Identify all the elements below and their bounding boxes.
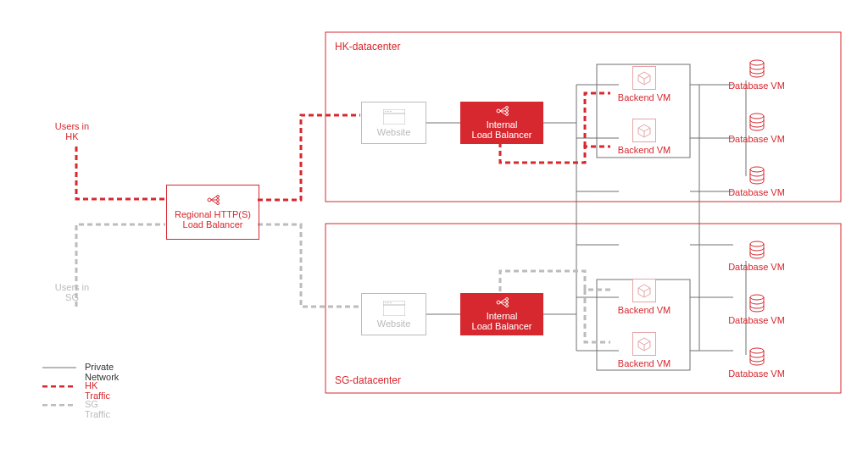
- legend-private: Private Network: [85, 362, 119, 382]
- load-balancer-icon: [494, 297, 509, 308]
- svg-point-50: [506, 114, 509, 116]
- svg-point-54: [497, 301, 500, 304]
- svg-line-75: [644, 341, 650, 345]
- text: Database VM: [728, 262, 785, 272]
- svg-line-53: [500, 111, 505, 114]
- cube-icon: [637, 70, 652, 86]
- svg-line-63: [644, 75, 650, 79]
- database-icon: [748, 59, 765, 78]
- svg-point-32: [217, 199, 220, 202]
- svg-point-40: [387, 110, 389, 112]
- svg-rect-42: [383, 301, 405, 316]
- svg-rect-37: [383, 109, 405, 125]
- svg-point-31: [217, 196, 220, 198]
- database-vm-hk-3: Database VM: [721, 166, 793, 197]
- svg-point-48: [506, 107, 509, 109]
- text: Database VM: [728, 187, 785, 197]
- svg-point-30: [208, 198, 211, 202]
- load-balancer-icon: [494, 106, 509, 117]
- cube-icon: [637, 336, 652, 352]
- svg-point-46: [390, 302, 392, 303]
- text: Backend VM: [618, 145, 670, 155]
- legend-hk: HK Traffic: [85, 380, 110, 401]
- internal-lb-sg: Internal Load Balancer: [460, 293, 543, 335]
- cube-icon: [637, 123, 652, 138]
- svg-point-41: [390, 110, 392, 112]
- svg-point-82: [750, 348, 764, 353]
- svg-point-81: [750, 295, 764, 300]
- database-vm-hk-2: Database VM: [721, 113, 793, 144]
- database-icon: [748, 113, 765, 131]
- hk-datacenter-label: HK-datacenter: [335, 41, 400, 53]
- backend-vm-sg-1: Backend VM: [610, 279, 678, 315]
- database-icon: [748, 166, 765, 185]
- svg-point-47: [497, 109, 500, 113]
- browser-window-icon: [383, 301, 405, 316]
- text: Backend VM: [618, 305, 670, 315]
- svg-point-77: [750, 60, 764, 65]
- website-sg: Website: [361, 293, 426, 335]
- regional-load-balancer: Regional HTTP(S) Load Balancer: [166, 185, 259, 240]
- database-vm-sg-2: Database VM: [721, 294, 793, 325]
- database-vm-sg-1: Database VM: [721, 241, 793, 272]
- svg-point-78: [750, 114, 764, 119]
- text: Database VM: [728, 134, 785, 144]
- database-icon: [748, 294, 765, 313]
- svg-point-80: [750, 241, 764, 246]
- svg-point-56: [506, 302, 509, 304]
- text: Website: [377, 127, 411, 137]
- load-balancer-icon: [205, 195, 220, 206]
- svg-point-44: [385, 302, 387, 303]
- svg-line-71: [644, 288, 650, 291]
- database-vm-sg-3: Database VM: [721, 347, 793, 379]
- text: Website: [377, 318, 411, 329]
- svg-line-60: [500, 302, 505, 306]
- backend-vm-hk-2: Backend VM: [610, 119, 678, 155]
- text: Internal Load Balancer: [472, 311, 532, 331]
- internal-lb-hk: Internal Load Balancer: [460, 102, 543, 144]
- backend-vm-hk-1: Backend VM: [610, 66, 678, 102]
- text: Database VM: [728, 368, 785, 379]
- text: Backend VM: [618, 92, 670, 102]
- text: Users in SG: [55, 282, 89, 302]
- svg-point-49: [506, 110, 509, 113]
- svg-line-62: [638, 75, 644, 79]
- text: Database VM: [728, 315, 785, 325]
- svg-line-67: [644, 128, 650, 131]
- backend-vm-sg-2: Backend VM: [610, 332, 678, 368]
- browser-window-icon: [383, 109, 405, 125]
- svg-line-66: [638, 128, 644, 131]
- database-icon: [748, 347, 765, 366]
- svg-point-79: [750, 167, 764, 172]
- website-hk: Website: [361, 102, 426, 144]
- svg-line-70: [638, 288, 644, 291]
- text: Users in HK: [55, 121, 89, 141]
- svg-line-51: [500, 108, 505, 111]
- svg-point-55: [506, 298, 509, 301]
- legend-sg: SG Traffic: [85, 399, 110, 419]
- text: Internal Load Balancer: [472, 119, 532, 140]
- text: Database VM: [728, 80, 785, 91]
- users-hk-label: Users in HK: [34, 121, 110, 141]
- svg-line-36: [211, 200, 216, 203]
- users-sg-label: Users in SG: [34, 282, 110, 302]
- svg-line-34: [211, 197, 216, 200]
- svg-point-57: [506, 305, 509, 307]
- svg-line-74: [638, 341, 644, 345]
- database-icon: [748, 241, 765, 259]
- text: Backend VM: [618, 358, 670, 368]
- svg-line-58: [500, 299, 505, 302]
- cube-icon: [637, 283, 652, 298]
- database-vm-hk-1: Database VM: [721, 59, 793, 91]
- svg-point-45: [387, 302, 389, 303]
- sg-datacenter-label: SG-datacenter: [335, 374, 401, 386]
- text: Regional HTTP(S) Load Balancer: [175, 209, 251, 230]
- svg-point-33: [217, 202, 220, 205]
- svg-point-39: [385, 110, 387, 112]
